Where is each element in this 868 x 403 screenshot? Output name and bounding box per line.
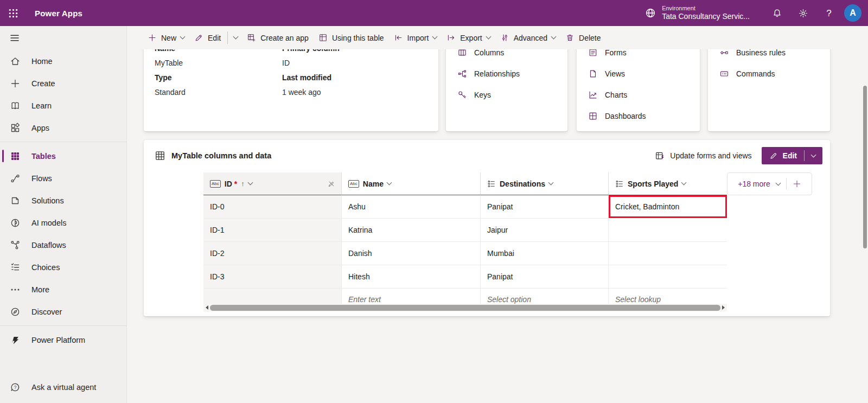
using-this-table-label: Using this table [332, 34, 384, 42]
edit-table-dropdown-button[interactable] [805, 155, 822, 157]
cell-destinations[interactable]: Mumbai [481, 242, 609, 265]
new-cell-sports-played-input[interactable]: Select lookup [609, 289, 727, 304]
sidebar-item-power-platform[interactable]: Power Platform [0, 329, 126, 351]
create-an-app-button[interactable]: Create an app [242, 29, 314, 47]
solutions-icon [10, 195, 21, 206]
cell-destinations[interactable]: Jaipur [481, 219, 609, 242]
cell-sports-played[interactable] [609, 242, 727, 265]
cell-id[interactable]: ID-3 [203, 265, 342, 289]
chevron-down-icon [386, 180, 392, 185]
experiences-item-views[interactable]: Views [577, 63, 700, 84]
add-column-button[interactable] [793, 180, 801, 188]
cell-sports-played[interactable] [609, 219, 727, 242]
choice-type-icon [615, 180, 624, 188]
sidebar-item-choices[interactable]: Choices [0, 256, 126, 278]
customizations-item-commands[interactable]: Commands [708, 63, 830, 84]
column-header-id[interactable]: ID * ↑ [203, 172, 342, 195]
sidebar-item-create[interactable]: Create [0, 72, 126, 94]
experiences-item-charts[interactable]: Charts [577, 84, 700, 105]
column-header-sports-played[interactable]: Sports Played [609, 172, 727, 195]
forms-icon [588, 49, 598, 57]
new-cell-destinations-input[interactable]: Select option [481, 289, 609, 304]
cell-id[interactable]: ID-2 [203, 242, 342, 265]
sidebar-item-flows[interactable]: Flows [0, 167, 126, 189]
more-columns-button[interactable]: +18 more [738, 180, 770, 188]
ai-models-icon [10, 218, 21, 228]
edit-button[interactable]: Edit [189, 29, 226, 47]
import-button[interactable]: Import [389, 29, 442, 47]
book-icon [10, 100, 21, 111]
edit-dropdown-button[interactable] [229, 29, 242, 47]
environment-picker[interactable]: Environment Tata Consultancy Servic... [637, 0, 764, 26]
trash-icon [565, 33, 575, 42]
advanced-button[interactable]: Advanced [495, 29, 560, 47]
schema-item-columns[interactable]: Columns [446, 49, 567, 63]
sidebar-item-apps[interactable]: Apps [0, 117, 126, 139]
update-forms-and-views-button[interactable]: Update forms and views [655, 151, 751, 161]
sidebar-item-learn[interactable]: Learn [0, 94, 126, 117]
type-label: Type [155, 71, 186, 85]
vertical-scrollbar-thumb[interactable] [863, 86, 867, 248]
experiences-item-dashboards[interactable]: Dashboards [577, 105, 700, 126]
ask-virtual-agent-button[interactable]: ? Ask a virtual agent [0, 378, 126, 396]
hamburger-menu-button[interactable] [0, 26, 126, 50]
horizontal-scrollbar[interactable] [203, 304, 727, 311]
data-card-actions: Update forms and views Edit [655, 147, 822, 164]
edit-table-button[interactable]: Edit [762, 151, 804, 160]
cell-name[interactable]: Ashu [342, 195, 481, 219]
plus-icon [10, 78, 21, 89]
cell-destinations[interactable]: Panipat [481, 195, 609, 219]
schema-item-relationships[interactable]: Relationships [446, 63, 567, 84]
cell-name[interactable]: Katrina [342, 219, 481, 242]
using-this-table-button[interactable]: Using this table [314, 29, 389, 47]
horizontal-scrollbar-thumb[interactable] [210, 305, 720, 311]
experiences-item-forms[interactable]: Forms [577, 49, 700, 63]
cell-sports-played[interactable] [609, 265, 727, 289]
sidebar-item-dataflows[interactable]: Dataflows [0, 234, 126, 256]
choices-icon [10, 262, 21, 273]
scroll-right-arrow-icon[interactable] [722, 305, 725, 310]
new-cell-name-input[interactable]: Enter text [342, 289, 481, 304]
table-row: ID-0 Ashu Panipat Cricket, Badminton [203, 195, 727, 219]
sidebar-item-label: Discover [31, 308, 62, 316]
cell-name[interactable]: Danish [342, 242, 481, 265]
last-modified-value: 1 week ago [282, 85, 340, 100]
table-columns-and-data-card: MyTable columns and data Update forms an… [144, 140, 830, 316]
cell-name[interactable]: Hitesh [342, 265, 481, 289]
delete-button[interactable]: Delete [560, 29, 605, 47]
cell-id[interactable]: ID-0 [203, 195, 342, 219]
sidebar-item-solutions[interactable]: Solutions [0, 189, 126, 212]
import-label: Import [407, 34, 429, 42]
column-header-destinations[interactable]: Destinations [481, 172, 609, 195]
toolbar-divider [227, 31, 228, 44]
environment-label: Environment [662, 5, 750, 12]
export-button[interactable]: Export [442, 29, 495, 47]
cell-id[interactable]: ID-1 [203, 219, 342, 242]
cell-destinations[interactable]: Panipat [481, 265, 609, 289]
sidebar-item-home[interactable]: Home [0, 50, 126, 72]
help-button[interactable]: ? [816, 0, 842, 26]
app-launcher-button[interactable] [0, 0, 26, 26]
environment-text: Environment Tata Consultancy Servic... [662, 5, 750, 21]
customizations-item-business-rules[interactable]: Business rules [708, 49, 830, 63]
chevron-down-icon[interactable] [775, 180, 781, 185]
scroll-left-arrow-icon[interactable] [206, 305, 208, 310]
settings-button[interactable] [790, 0, 816, 26]
sidebar-item-more[interactable]: More [0, 278, 126, 300]
cell-sports-played-highlighted[interactable]: Cricket, Badminton [609, 195, 727, 219]
new-button[interactable]: New [143, 29, 189, 47]
new-cell-id[interactable] [203, 289, 342, 304]
type-value: Standard [155, 85, 186, 100]
sidebar-item-label: Apps [31, 124, 49, 132]
experiences-item-label: Dashboards [605, 112, 646, 120]
sidebar-item-tables[interactable]: Tables [0, 145, 126, 167]
sidebar-item-ai-models[interactable]: AI models [0, 212, 126, 234]
avatar[interactable]: A [844, 4, 861, 22]
table-properties-card: Name MyTable Type Standard Primary colum… [144, 49, 438, 131]
chevron-down-icon [681, 180, 687, 185]
notifications-button[interactable] [764, 0, 790, 26]
table-grid-icon [10, 151, 21, 162]
schema-item-keys[interactable]: Keys [446, 84, 567, 105]
column-header-name[interactable]: Name [342, 172, 481, 195]
sidebar-item-discover[interactable]: Discover [0, 300, 126, 323]
